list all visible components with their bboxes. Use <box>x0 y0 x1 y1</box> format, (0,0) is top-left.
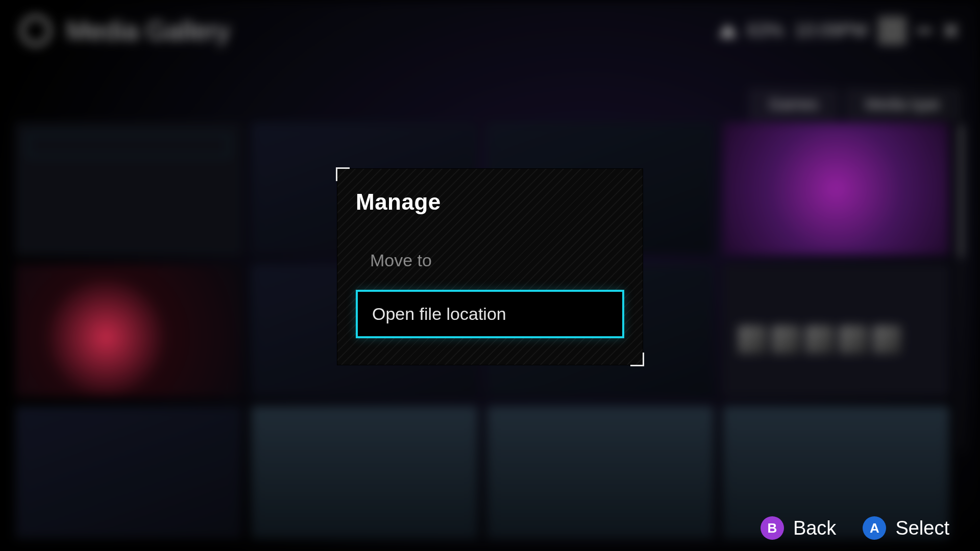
hint-back: B Back <box>761 516 836 540</box>
b-button-icon: B <box>761 516 784 540</box>
minimize-icon <box>917 29 932 33</box>
media-tile[interactable] <box>15 264 242 397</box>
filter-chip-media-type[interactable]: Media type <box>846 89 960 119</box>
close-icon <box>942 22 960 39</box>
manage-dialog: Manage Move to Open file location <box>337 168 643 365</box>
avatar <box>878 16 906 45</box>
hint-back-label: Back <box>793 517 836 539</box>
brand-icon <box>20 15 51 46</box>
option-open-file-location[interactable]: Open file location <box>356 290 624 338</box>
battery-percent: 63% <box>747 20 784 41</box>
filter-bar: Games Media type <box>750 89 960 119</box>
top-bar: Media Gallery 63% 10:09PM <box>0 0 980 61</box>
media-tile[interactable] <box>723 122 949 255</box>
button-hints: B Back A Select <box>761 516 949 540</box>
option-move-to: Move to <box>356 238 624 283</box>
media-tile[interactable] <box>487 406 714 539</box>
filter-chip-games[interactable]: Games <box>750 89 838 119</box>
media-tile[interactable] <box>15 406 242 539</box>
scrollbar-thumb[interactable] <box>960 124 963 257</box>
media-tile[interactable] <box>15 122 242 255</box>
a-button-icon: A <box>863 516 886 540</box>
dialog-title: Manage <box>356 189 624 215</box>
media-tile[interactable] <box>251 406 478 539</box>
page-title: Media Gallery <box>66 15 230 46</box>
hint-select-label: Select <box>895 517 949 539</box>
hint-select: A Select <box>863 516 949 540</box>
media-tile[interactable] <box>723 264 949 397</box>
status-area: 63% 10:09PM <box>719 16 960 45</box>
grid-scrollbar[interactable] <box>960 124 963 451</box>
wifi-icon <box>719 24 737 37</box>
clock: 10:09PM <box>794 20 868 41</box>
